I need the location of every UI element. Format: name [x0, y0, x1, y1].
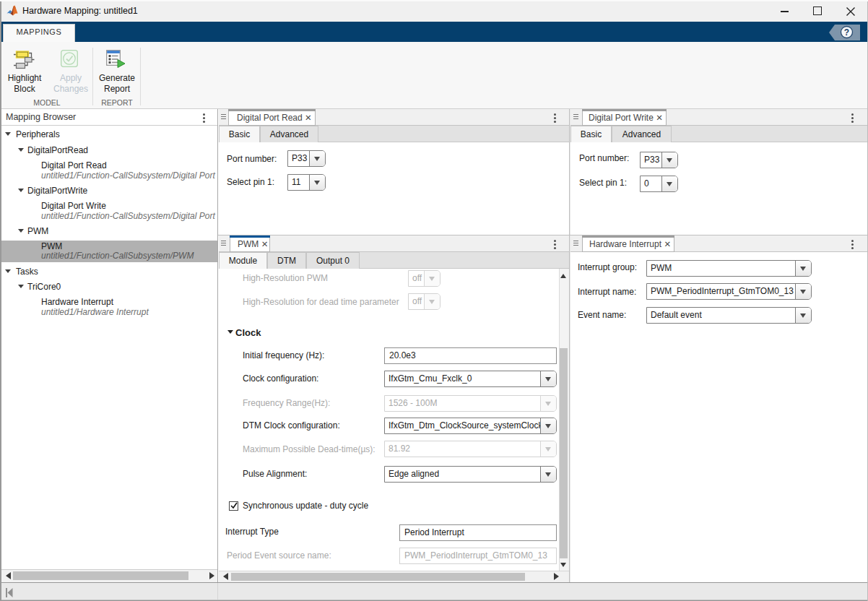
svg-text:?: ? [844, 27, 849, 38]
